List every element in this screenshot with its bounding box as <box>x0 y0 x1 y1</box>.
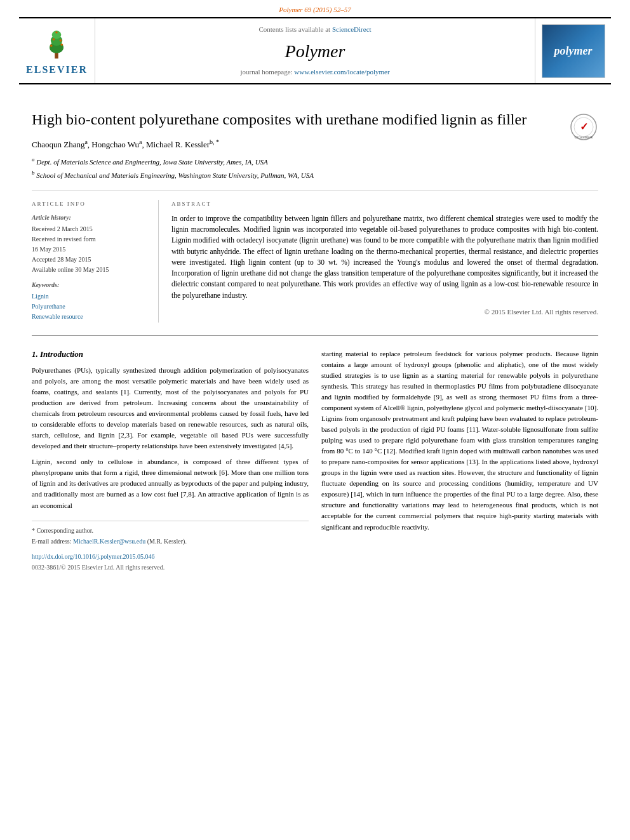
svg-text:CrossMark: CrossMark <box>574 135 593 139</box>
crossmark-icon: ✓ CrossMark <box>570 113 598 142</box>
affiliation-b-super: b <box>32 170 35 176</box>
email-suffix: (M.R. Kessler). <box>147 538 187 545</box>
affiliation-a-text: Dept. of Materials Science and Engineeri… <box>36 158 268 166</box>
right-col-paragraph-1: starting material to replace petroleum f… <box>321 349 598 533</box>
author3-super: b, * <box>210 138 219 145</box>
paper-content: ✓ CrossMark High bio-content polyurethan… <box>0 84 630 584</box>
corresponding-author-note: * Corresponding author. <box>32 526 309 535</box>
revised-date: 16 May 2015 <box>32 245 149 254</box>
abstract-title: ABSTRACT <box>171 200 598 208</box>
svg-text:✓: ✓ <box>580 121 588 132</box>
contents-label: Contents lists available at <box>258 25 330 33</box>
copyright-line: © 2015 Elsevier Ltd. All rights reserved… <box>171 307 598 317</box>
keyword-2: Polyurethane <box>32 302 149 311</box>
crossmark-container: ✓ CrossMark <box>570 113 598 145</box>
abstract-text: In order to improve the compatibility be… <box>171 213 598 301</box>
body-right-column: starting material to replace petroleum f… <box>321 349 598 572</box>
journal-title: Polymer <box>285 39 345 63</box>
journal-ref-text: Polymer 69 (2015) 52–57 <box>279 6 351 13</box>
elsevier-logo-container: ELSEVIER <box>19 18 95 83</box>
body-columns: 1. Introduction Polyurethanes (PUs), typ… <box>32 349 598 572</box>
keyword-3: Renewable resource <box>32 312 149 321</box>
accepted-date: Accepted 28 May 2015 <box>32 255 149 264</box>
received-date: Received 2 March 2015 <box>32 225 149 234</box>
affiliation-a: a Dept. of Materials Science and Enginee… <box>32 156 598 167</box>
article-info-panel: ARTICLE INFO Article history: Received 2… <box>32 200 159 323</box>
intro-paragraph-2: Lignin, second only to cellulose in abun… <box>32 457 309 510</box>
author-email-link[interactable]: MichaelR.Kessler@wsu.edu <box>73 538 145 545</box>
affiliation-a-super: a <box>32 156 35 163</box>
received-revised-label: Received in revised form <box>32 235 149 244</box>
section-number: 1. <box>32 349 38 359</box>
homepage-label: journal homepage: <box>240 68 292 76</box>
sciencedirect-link[interactable]: ScienceDirect <box>332 25 372 33</box>
svg-point-7 <box>60 39 62 42</box>
doi-link[interactable]: http://dx.doi.org/10.1016/j.polymer.2015… <box>32 552 309 561</box>
author1-name: Chaoqun Zhang <box>32 140 84 149</box>
affiliation-b: b School of Mechanical and Materials Eng… <box>32 169 598 180</box>
svg-point-6 <box>53 38 55 41</box>
main-divider <box>32 335 598 336</box>
footnote-section: * Corresponding author. E-mail address: … <box>32 521 309 546</box>
elsevier-tree-icon <box>34 25 79 60</box>
homepage-link[interactable]: www.elsevier.com/locate/polymer <box>294 68 389 76</box>
affiliation-b-text: School of Mechanical and Materials Engin… <box>36 171 314 179</box>
keywords-label: Keywords: <box>32 281 149 290</box>
introduction-section-title: 1. Introduction <box>32 349 309 360</box>
svg-point-5 <box>61 43 64 46</box>
author2-super: a <box>139 138 142 145</box>
article-info-abstract: ARTICLE INFO Article history: Received 2… <box>32 200 598 323</box>
author3-name: Michael R. Kessler <box>146 140 210 149</box>
keyword-1: Lignin <box>32 292 149 301</box>
abstract-panel: ABSTRACT In order to improve the compati… <box>171 200 598 323</box>
svg-point-8 <box>56 31 58 34</box>
email-label: E-mail address: <box>32 538 71 545</box>
author2-name: Hongchao Wu <box>91 140 139 149</box>
authors-line: Chaoqun Zhanga, Hongchao Wua, Michael R.… <box>32 138 598 151</box>
elsevier-brand-text: ELSEVIER <box>26 63 88 77</box>
intro-paragraph-1: Polyurethanes (PUs), typically synthesiz… <box>32 365 309 451</box>
issn-line: 0032-3861/© 2015 Elsevier Ltd. All right… <box>32 563 309 572</box>
available-date: Available online 30 May 2015 <box>32 265 149 274</box>
journal-reference: Polymer 69 (2015) 52–57 <box>0 0 630 17</box>
email-note: E-mail address: MichaelR.Kessler@wsu.edu… <box>32 537 309 546</box>
journal-homepage: journal homepage: www.elsevier.com/locat… <box>240 67 389 77</box>
polymer-cover-image: polymer <box>542 24 605 78</box>
article-history-label: Article history: <box>32 213 149 222</box>
elsevier-logo: ELSEVIER <box>26 25 88 77</box>
body-left-column: 1. Introduction Polyurethanes (PUs), typ… <box>32 349 309 572</box>
journal-header: ELSEVIER Contents lists available at Sci… <box>19 17 611 84</box>
contents-available-line: Contents lists available at ScienceDirec… <box>258 25 371 34</box>
article-info-title: ARTICLE INFO <box>32 200 149 208</box>
section-title-text: Introduction <box>40 349 83 359</box>
polymer-cover-text: polymer <box>554 43 593 59</box>
divider-1 <box>32 190 598 190</box>
polymer-cover-container: polymer <box>535 18 611 83</box>
svg-point-4 <box>50 44 53 47</box>
journal-header-center: Contents lists available at ScienceDirec… <box>95 18 535 83</box>
paper-title: High bio-content polyurethane composites… <box>32 110 598 130</box>
author1-super: a <box>84 138 87 145</box>
